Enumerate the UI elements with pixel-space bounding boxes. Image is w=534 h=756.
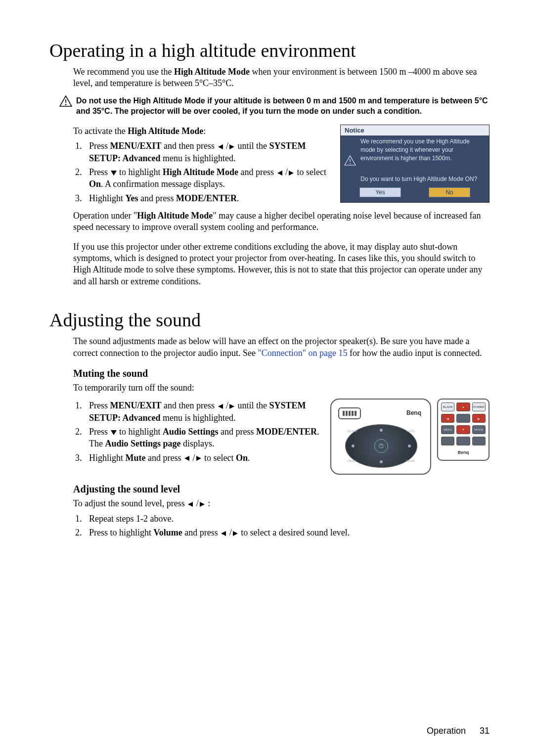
text-bold: High Altitude Mode: [174, 67, 250, 77]
mute-step-1: Press MENU/EXIT and then press / until t…: [84, 400, 320, 424]
panel-dot: [408, 445, 411, 447]
text: Press to highlight: [89, 528, 154, 537]
arrow-left-icon: [220, 531, 227, 536]
text: Highlight: [89, 453, 126, 463]
steps-muting: Press MENU/EXIT and then press / until t…: [49, 400, 320, 463]
remote-down-button: ▼: [456, 425, 470, 434]
remote-right-button: ▶: [472, 414, 486, 423]
text: /: [227, 528, 232, 537]
text-bold: MODE/ENTER: [256, 427, 317, 437]
arrow-down-icon: [110, 170, 117, 176]
warning-block: Do not use the High Altitude Mode if you…: [59, 95, 490, 117]
arrow-left-icon: [276, 170, 283, 176]
warning-text: Do not use the High Altitude Mode if you…: [76, 95, 490, 117]
arrow-left-icon: [217, 144, 224, 150]
remote-button: MODE: [472, 425, 486, 434]
text: We recommend you use the: [73, 67, 174, 77]
level-step-1: Repeat steps 1-2 above.: [84, 513, 490, 525]
mute-step-2: Press to highlight Audio Settings and pr…: [84, 426, 320, 450]
arrow-right-icon: [199, 501, 206, 507]
level-step-2: Press to highlight Volume and press / to…: [84, 527, 490, 538]
text: for how the audio input is connected.: [348, 348, 482, 358]
step-1: Press MENU/EXIT and then press / until t…: [84, 140, 330, 164]
heading-high-altitude: Operating in a high altitude environment: [49, 40, 490, 61]
para-extreme: If you use this projector under other ex…: [73, 241, 490, 288]
notice-line2: Do you want to turn High Altitude Mode O…: [360, 175, 485, 183]
sound-intro: The sound adjustments made as below will…: [73, 336, 490, 359]
text: /: [224, 400, 229, 410]
text: to select a desired sound level.: [239, 528, 350, 537]
text: until the: [235, 400, 269, 410]
remote-left-button: ◀: [441, 414, 454, 423]
panel-dot: [352, 445, 355, 447]
remote-button: [472, 437, 486, 445]
text: /: [283, 167, 288, 177]
text: to select: [202, 453, 236, 463]
text: /: [190, 453, 195, 463]
muting-intro: To temporarily turn off the sound:: [73, 382, 490, 394]
text: :: [203, 126, 206, 136]
notice-title: Notice: [341, 125, 489, 135]
remote-up-button: ▲: [456, 402, 470, 411]
text: menu is highlighted.: [161, 153, 236, 163]
arrow-down-icon: [110, 430, 117, 436]
text: Press: [89, 167, 110, 177]
text: .: [248, 453, 250, 463]
text: To activate the: [73, 126, 128, 136]
notice-yes-button[interactable]: Yes: [359, 187, 401, 197]
steps-high-altitude: Press MENU/EXIT and then press / until t…: [49, 140, 330, 204]
heading-adjusting-sound: Adjusting the sound: [49, 309, 490, 331]
device-illustration: Benq BLANK AUTO MENU MODE: [330, 399, 490, 475]
text-bold: Yes: [126, 193, 138, 203]
sound-level-intro: To adjust the sound level, press / :: [73, 498, 490, 509]
text: Highlight: [89, 193, 126, 203]
text: and press: [138, 193, 176, 203]
text-bold: On: [236, 453, 248, 463]
notice-warning-icon: [343, 137, 357, 183]
arrow-right-icon: [228, 144, 235, 150]
subheading-muting: Muting the sound: [73, 368, 490, 379]
text: menu is highlighted.: [161, 413, 236, 423]
text: and press: [182, 528, 220, 537]
text-bold: High Altitude Mode: [163, 167, 238, 177]
text-bold: High Altitude Mode: [128, 126, 203, 136]
link-connection[interactable]: "Connection" on page 15: [258, 348, 347, 358]
text: Press: [89, 400, 110, 410]
footer-page-number: 31: [480, 726, 490, 736]
remote-brand: Benq: [441, 450, 486, 455]
text: and press: [219, 427, 256, 437]
text: Operation under ": [73, 211, 137, 221]
projector-top-view: Benq BLANK AUTO MENU MODE: [330, 399, 431, 475]
text: to highlight: [117, 427, 163, 437]
panel-dot: [380, 429, 383, 432]
subheading-sound-level: Adjusting the sound level: [73, 484, 490, 495]
text: and then press: [162, 141, 217, 151]
text-bold: Audio Settings: [163, 427, 219, 437]
footer-section: Operation: [427, 726, 466, 736]
text-bold: MENU/EXIT: [110, 400, 162, 410]
arrow-right-icon: [232, 531, 239, 536]
text-bold: Volume: [154, 528, 182, 537]
text: displays.: [181, 439, 215, 448]
remote-button: [456, 414, 470, 423]
notice-line1: We recommend you use the High Altitude m…: [360, 137, 485, 162]
intro-paragraph: We recommend you use the High Altitude M…: [73, 66, 490, 89]
text: to highlight: [117, 167, 163, 177]
text: until the: [235, 141, 269, 151]
remote-button: [456, 437, 470, 445]
arrow-left-icon: [217, 403, 224, 409]
remote-button: POWER: [472, 402, 486, 411]
panel-dot: [380, 460, 383, 463]
arrow-right-icon: [195, 455, 202, 461]
text-bold: High Altitude Mode: [137, 211, 213, 221]
text: and press: [146, 453, 183, 463]
warning-icon: [59, 95, 73, 109]
arrow-left-icon: [187, 501, 194, 507]
page-footer: Operation31: [427, 726, 490, 736]
notice-no-button[interactable]: No: [429, 187, 470, 197]
text: Press: [89, 427, 110, 437]
step-2: Press to highlight High Altitude Mode an…: [84, 166, 330, 190]
projector-logo: Benq: [406, 409, 421, 416]
text: To adjust the sound level, press: [73, 498, 187, 508]
text-bold: MENU/EXIT: [110, 141, 162, 151]
